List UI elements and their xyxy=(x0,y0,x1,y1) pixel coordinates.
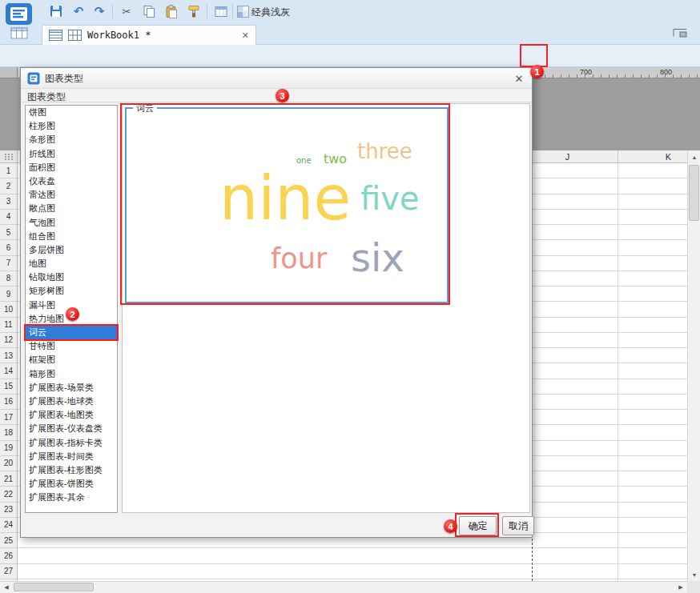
chart-type-item[interactable]: 矩形树图 xyxy=(26,284,117,298)
main-toolbar: ↶ ↷ ✂ 经典浅灰 xyxy=(0,0,700,22)
chart-type-item[interactable]: 多层饼图 xyxy=(26,243,117,257)
row-header-cell[interactable]: 4 xyxy=(0,210,17,225)
row-header-cell[interactable]: 7 xyxy=(0,256,17,271)
row-header-cell[interactable]: 17 xyxy=(0,410,17,425)
chart-type-item[interactable]: 箱形图 xyxy=(26,367,117,381)
copy-icon xyxy=(143,5,155,18)
chart-type-item[interactable]: 扩展图表-地图类 xyxy=(26,408,117,422)
chart-type-item[interactable]: 扩展图表-时间类 xyxy=(26,450,117,463)
tab-close-icon[interactable]: ✕ xyxy=(242,30,249,41)
chart-type-item[interactable]: 面积图 xyxy=(26,161,117,174)
chart-type-item[interactable]: 散点图 xyxy=(26,202,117,215)
app-logo[interactable] xyxy=(5,2,34,44)
chart-type-item[interactable]: 饼图 xyxy=(26,106,117,119)
row-header-cell[interactable]: 9 xyxy=(0,286,17,302)
preview-button[interactable] xyxy=(211,2,231,20)
redo-button[interactable]: ↷ xyxy=(90,2,109,20)
row-header-cell[interactable]: 27 xyxy=(0,564,17,579)
chart-type-item[interactable]: 组合图 xyxy=(26,230,117,243)
row-header-cell[interactable]: 10 xyxy=(0,302,17,317)
undo-button[interactable]: ↶ xyxy=(69,2,88,20)
dialog-app-icon xyxy=(27,72,40,88)
chart-type-item[interactable]: 雷达图 xyxy=(26,188,117,202)
chart-type-item[interactable]: 仪表盘 xyxy=(26,174,117,188)
tab-title: WorkBook1 * xyxy=(87,30,236,41)
chart-type-item[interactable]: 地图 xyxy=(26,257,117,270)
scroll-right-icon[interactable]: ▶ xyxy=(674,582,687,593)
theme-button[interactable] xyxy=(235,2,250,20)
chart-type-item[interactable]: 词云 xyxy=(26,326,117,339)
row-header-cell[interactable]: 21 xyxy=(0,471,17,487)
annotation-badge-1: 1 xyxy=(530,65,544,78)
chart-type-item[interactable]: 框架图 xyxy=(26,353,117,367)
chart-type-item[interactable]: 扩展图表-其余 xyxy=(26,491,117,504)
row-header-cell[interactable]: 3 xyxy=(0,194,17,210)
row-header-cell[interactable]: 14 xyxy=(0,363,17,379)
horizontal-scroll-thumb[interactable] xyxy=(14,583,94,591)
row-header-cell[interactable]: 8 xyxy=(0,271,17,286)
row-header-cell[interactable]: 23 xyxy=(0,503,17,518)
chart-type-item[interactable]: 扩展图表-地球类 xyxy=(26,395,117,408)
chart-type-item[interactable]: 扩展图表-饼图类 xyxy=(26,477,117,491)
scroll-down-icon[interactable]: ▼ xyxy=(688,568,700,581)
row-headers[interactable]: 1234567891011121314151617181920212223242… xyxy=(0,163,18,581)
row-header-cell[interactable]: 18 xyxy=(0,425,17,440)
scroll-up-icon[interactable]: ▲ xyxy=(688,150,700,163)
select-all-corner[interactable] xyxy=(0,150,18,163)
ok-button[interactable]: 确定 xyxy=(459,516,497,535)
chart-type-item[interactable]: 扩展图表-仪表盘类 xyxy=(26,422,117,435)
annotation-badge-4: 4 xyxy=(444,519,457,533)
workbook-tab[interactable]: WorkBook1 * ✕ xyxy=(42,25,256,45)
row-header-cell[interactable]: 20 xyxy=(0,456,17,471)
chart-type-item[interactable]: 钻取地图 xyxy=(26,270,117,284)
chart-type-item[interactable]: 扩展图表-柱形图类 xyxy=(26,463,117,477)
save-button[interactable] xyxy=(46,2,66,20)
chart-type-item[interactable]: 条形图 xyxy=(26,133,117,146)
preview-legend: 词云 xyxy=(133,102,157,114)
chart-type-item[interactable]: 柱形图 xyxy=(26,119,117,133)
chart-type-item[interactable]: 扩展图表-场景类 xyxy=(26,381,117,395)
scissors-icon: ✂ xyxy=(123,6,131,18)
paste-button[interactable] xyxy=(162,2,181,20)
row-header-cell[interactable]: 26 xyxy=(0,548,17,563)
row-header-cell[interactable]: 11 xyxy=(0,318,17,333)
toolbar-separator xyxy=(207,4,207,18)
chart-type-item[interactable]: 扩展图表-指标卡类 xyxy=(26,436,117,450)
row-header-cell[interactable]: 2 xyxy=(0,178,17,194)
row-header-cell[interactable]: 24 xyxy=(0,518,17,533)
wordcloud-word: nine xyxy=(219,168,351,229)
row-header-cell[interactable]: 6 xyxy=(0,240,17,255)
chart-type-item[interactable]: 折线图 xyxy=(26,147,117,161)
row-header-cell[interactable]: 15 xyxy=(0,379,17,395)
row-header-cell[interactable]: 16 xyxy=(0,395,17,410)
copy-button[interactable] xyxy=(139,2,159,20)
vertical-scroll-thumb[interactable] xyxy=(689,165,699,221)
wordcloud-word: three xyxy=(357,141,412,162)
row-header-cell[interactable]: 19 xyxy=(0,441,17,456)
dialog-title-bar[interactable]: 图表类型 ✕ xyxy=(21,68,532,89)
row-header-cell[interactable]: 13 xyxy=(0,348,17,363)
wordcloud-word: six xyxy=(351,238,404,277)
chart-type-item[interactable]: 甘特图 xyxy=(26,339,117,353)
app-logo-icon xyxy=(5,2,34,41)
horizontal-scrollbar[interactable]: ◀ ▶ xyxy=(0,581,687,593)
row-header-cell[interactable]: 12 xyxy=(0,333,17,348)
chart-preview-panel[interactable]: 词云 onetwothreeninefivefoursix xyxy=(125,107,449,303)
cancel-button[interactable]: 取消 xyxy=(502,516,534,535)
row-header-cell[interactable]: 25 xyxy=(0,533,17,548)
chart-type-item[interactable]: 气泡图 xyxy=(26,216,117,230)
dialog-close-button[interactable]: ✕ xyxy=(509,70,529,86)
vertical-scrollbar[interactable]: ▲ ▼ xyxy=(687,150,700,581)
row-header-cell[interactable]: 5 xyxy=(0,225,17,240)
theme-label[interactable]: 经典浅灰 xyxy=(251,6,290,19)
toolbar-separator xyxy=(112,4,113,18)
window-layout-button[interactable] xyxy=(673,26,687,41)
sheet-grid-icon xyxy=(68,30,82,41)
scroll-left-icon[interactable]: ◀ xyxy=(0,582,13,593)
format-painter-button[interactable] xyxy=(184,2,203,20)
cut-button[interactable]: ✂ xyxy=(117,2,136,20)
section-divider xyxy=(21,102,532,102)
undo-icon: ↶ xyxy=(74,4,84,18)
row-header-cell[interactable]: 22 xyxy=(0,487,17,502)
row-header-cell[interactable]: 1 xyxy=(0,163,17,178)
